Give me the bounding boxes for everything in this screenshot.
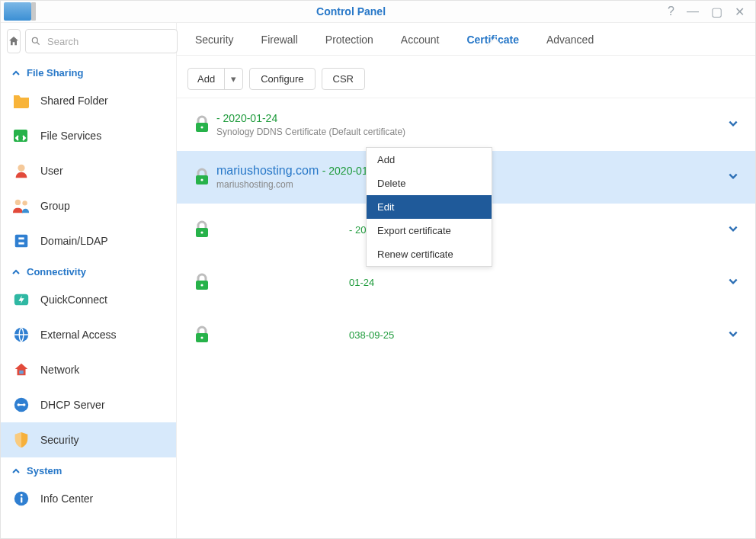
sidebar-item-external-access[interactable]: External Access (1, 317, 176, 352)
svg-rect-17 (21, 497, 22, 502)
sidebar-item-label: Network (40, 364, 79, 376)
minimize-icon[interactable]: — (687, 5, 699, 19)
user-icon (11, 161, 31, 181)
chevron-down-icon[interactable] (722, 118, 745, 131)
sidebar: File Sharing Shared Folder File Services… (1, 23, 177, 538)
close-icon[interactable]: ✕ (735, 5, 745, 19)
tab-security[interactable]: Security (181, 23, 248, 55)
window-title: Control Panel (34, 5, 668, 18)
category-label: Connectivity (27, 266, 86, 278)
file-services-icon (11, 126, 31, 146)
chevron-down-icon[interactable] (722, 276, 745, 289)
sidebar-item-shared-folder[interactable]: Shared Folder (1, 83, 176, 118)
toolbar: Add ▾ Configure CSR (177, 56, 755, 98)
sidebar-item-domain-ldap[interactable]: Domain/LDAP (1, 223, 176, 258)
sidebar-item-label: Info Center (40, 492, 93, 505)
svg-point-3 (18, 165, 24, 172)
svg-point-20 (200, 126, 203, 128)
sidebar-item-label: Shared Folder (40, 95, 108, 107)
certificate-row[interactable]: - 2020-01-24 Synology DDNS Certificate (… (177, 98, 755, 151)
quickconnect-icon (11, 290, 31, 310)
svg-line-1 (37, 43, 40, 45)
category-connectivity[interactable]: Connectivity (1, 258, 176, 282)
svg-rect-6 (15, 235, 28, 248)
sidebar-item-label: File Services (40, 130, 101, 142)
sidebar-item-user[interactable]: User (1, 153, 176, 188)
info-icon (11, 489, 31, 509)
context-menu-delete[interactable]: Delete (367, 172, 492, 195)
lock-icon (187, 168, 216, 186)
folder-icon (11, 91, 31, 111)
chevron-up-icon (11, 69, 21, 78)
search-icon (30, 36, 41, 47)
maximize-icon[interactable]: ▢ (711, 5, 722, 19)
sidebar-item-label: DHCP Server (40, 399, 105, 411)
chevron-down-icon[interactable] (722, 223, 745, 236)
sidebar-item-network[interactable]: Network (1, 352, 176, 387)
help-icon[interactable]: ? (668, 5, 674, 19)
tab-advanced[interactable]: Advanced (533, 23, 607, 55)
category-system[interactable]: System (1, 457, 176, 481)
certificate-row[interactable]: 038-09-25 (177, 309, 755, 361)
app-icon (4, 2, 31, 21)
svg-point-24 (200, 231, 203, 233)
svg-point-26 (200, 284, 203, 286)
chevron-down-icon[interactable] (722, 171, 745, 184)
certificate-list: - 2020-01-24 Synology DDNS Certificate (… (177, 98, 755, 538)
tab-protection[interactable]: Protection (312, 23, 387, 55)
certificate-date: - 2020-01-24 (216, 112, 277, 124)
svg-point-18 (21, 494, 23, 496)
svg-point-4 (15, 200, 21, 205)
svg-rect-7 (18, 237, 24, 239)
sidebar-item-file-services[interactable]: File Services (1, 118, 176, 153)
domain-ldap-icon (11, 231, 31, 251)
shield-icon (11, 430, 31, 450)
dhcp-icon (11, 395, 31, 415)
svg-point-22 (200, 178, 203, 181)
tab-certificate[interactable]: Certificate (453, 23, 532, 55)
certificate-title: mariushosting.com (216, 164, 319, 177)
context-menu-edit[interactable]: Edit (367, 195, 492, 219)
sidebar-item-label: QuickConnect (40, 294, 107, 306)
home-icon (8, 35, 20, 47)
svg-point-0 (32, 37, 37, 43)
main-panel: Security Firewall Protection Account Cer… (177, 23, 755, 538)
sidebar-item-security[interactable]: Security (1, 422, 176, 457)
home-button[interactable] (7, 29, 21, 53)
svg-rect-2 (14, 130, 27, 142)
sidebar-item-quickconnect[interactable]: QuickConnect (1, 282, 176, 317)
certificate-date: 01-24 (216, 277, 722, 288)
sidebar-item-label: External Access (40, 329, 117, 341)
sidebar-item-label: User (40, 165, 63, 177)
certificate-subtitle: Synology DDNS Certificate (Default certi… (216, 127, 722, 137)
external-access-icon (11, 325, 31, 345)
context-menu-renew[interactable]: Renew certificate (367, 242, 492, 266)
tab-account[interactable]: Account (387, 23, 453, 55)
lock-icon (187, 115, 216, 133)
sidebar-item-label: Group (40, 200, 70, 212)
sidebar-item-group[interactable]: Group (1, 188, 176, 223)
tab-firewall[interactable]: Firewall (248, 23, 312, 55)
group-icon (11, 196, 31, 216)
chevron-up-icon (11, 467, 21, 476)
chevron-up-icon (11, 268, 21, 277)
configure-button[interactable]: Configure (249, 68, 315, 90)
category-file-sharing[interactable]: File Sharing (1, 59, 176, 83)
sidebar-item-info-center[interactable]: Info Center (1, 481, 176, 516)
lock-icon (187, 273, 216, 291)
add-button[interactable]: Add ▾ (187, 68, 243, 90)
tab-bar: Security Firewall Protection Account Cer… (177, 23, 755, 56)
titlebar: Control Panel ? — ▢ ✕ (1, 1, 755, 23)
lock-icon (187, 326, 216, 344)
search-field[interactable] (25, 29, 178, 53)
csr-button[interactable]: CSR (322, 68, 365, 90)
sidebar-nav[interactable]: File Sharing Shared Folder File Services… (1, 59, 176, 538)
context-menu-export[interactable]: Export certificate (367, 219, 492, 242)
sidebar-item-label: Domain/LDAP (40, 235, 108, 247)
search-input[interactable] (46, 35, 177, 48)
chevron-down-icon[interactable]: ▾ (224, 69, 242, 89)
chevron-down-icon[interactable] (722, 329, 745, 342)
sidebar-item-dhcp[interactable]: DHCP Server (1, 387, 176, 422)
certificate-date: 038-09-25 (216, 329, 722, 341)
context-menu-add[interactable]: Add (367, 148, 492, 172)
